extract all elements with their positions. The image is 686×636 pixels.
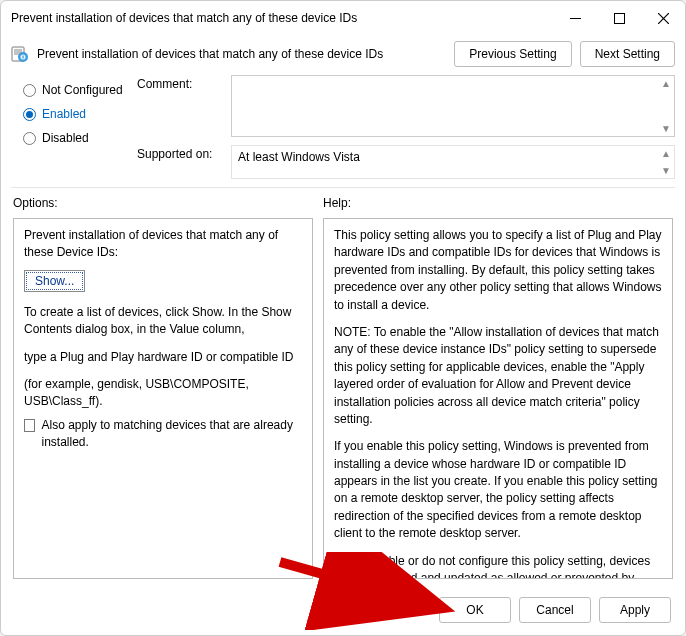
- next-setting-button[interactable]: Next Setting: [580, 41, 675, 67]
- policy-icon: [11, 45, 29, 63]
- maximize-button[interactable]: [597, 3, 641, 33]
- cancel-button[interactable]: Cancel: [519, 597, 591, 623]
- supported-label: Supported on:: [137, 145, 223, 161]
- device-list-label: Prevent installation of devices that mat…: [24, 227, 302, 262]
- window-frame: Prevent installation of devices that mat…: [0, 0, 686, 636]
- radio-enabled-label: Enabled: [42, 107, 86, 121]
- window-title: Prevent installation of devices that mat…: [11, 11, 553, 25]
- also-apply-label: Also apply to matching devices that are …: [41, 417, 302, 452]
- close-icon: [658, 13, 669, 24]
- options-panel: Prevent installation of devices that mat…: [13, 218, 313, 579]
- comment-label: Comment:: [137, 75, 223, 91]
- scroll-down-icon[interactable]: ▼: [661, 123, 671, 134]
- state-radio-group: Not Configured Enabled Disabled: [9, 75, 131, 179]
- radio-disabled-label: Disabled: [42, 131, 89, 145]
- radio-disabled[interactable]: Disabled: [23, 131, 131, 145]
- help-p1: This policy setting allows you to specif…: [334, 227, 662, 314]
- supported-on-field: At least Windows Vista ▲ ▼: [231, 145, 675, 179]
- options-hint-3: (for example, gendisk, USB\COMPOSITE, US…: [24, 376, 302, 411]
- panels: Prevent installation of devices that mat…: [1, 218, 685, 589]
- previous-setting-button[interactable]: Previous Setting: [454, 41, 571, 67]
- help-p3: If you enable this policy setting, Windo…: [334, 438, 662, 542]
- ok-button[interactable]: OK: [439, 597, 511, 623]
- scroll-up-icon[interactable]: ▲: [661, 78, 671, 89]
- options-label: Options:: [13, 196, 323, 210]
- radio-not-configured-label: Not Configured: [42, 83, 123, 97]
- apply-button[interactable]: Apply: [599, 597, 671, 623]
- settings-block: Not Configured Enabled Disabled Comment:…: [1, 75, 685, 185]
- minimize-button[interactable]: [553, 3, 597, 33]
- show-button[interactable]: Show...: [24, 270, 85, 292]
- scroll-down-icon[interactable]: ▼: [661, 165, 671, 176]
- help-p4: If you disable or do not configure this …: [334, 553, 662, 579]
- minimize-icon: [570, 13, 581, 24]
- comment-input[interactable]: ▲ ▼: [231, 75, 675, 137]
- policy-title: Prevent installation of devices that mat…: [37, 47, 446, 61]
- footer: OK Cancel Apply: [1, 589, 685, 635]
- options-hint-2: type a Plug and Play hardware ID or comp…: [24, 349, 302, 366]
- nav-buttons: Previous Setting Next Setting: [454, 41, 675, 67]
- help-panel[interactable]: This policy setting allows you to specif…: [323, 218, 673, 579]
- also-apply-row: Also apply to matching devices that are …: [24, 417, 302, 452]
- help-label: Help:: [323, 196, 351, 210]
- maximize-icon: [614, 13, 625, 24]
- options-hint-1: To create a list of devices, click Show.…: [24, 304, 302, 339]
- section-labels: Options: Help:: [1, 190, 685, 218]
- radio-enabled[interactable]: Enabled: [23, 107, 131, 121]
- svg-rect-10: [22, 56, 23, 59]
- close-button[interactable]: [641, 3, 685, 33]
- window-controls: [553, 3, 685, 33]
- svg-rect-1: [614, 13, 624, 23]
- titlebar: Prevent installation of devices that mat…: [1, 1, 685, 35]
- also-apply-checkbox[interactable]: [24, 419, 35, 432]
- supported-on-value: At least Windows Vista: [238, 150, 360, 164]
- scroll-up-icon[interactable]: ▲: [661, 148, 671, 159]
- divider: [11, 187, 675, 188]
- header-row: Prevent installation of devices that mat…: [1, 35, 685, 75]
- radio-not-configured[interactable]: Not Configured: [23, 83, 131, 97]
- help-p2: NOTE: To enable the "Allow installation …: [334, 324, 662, 428]
